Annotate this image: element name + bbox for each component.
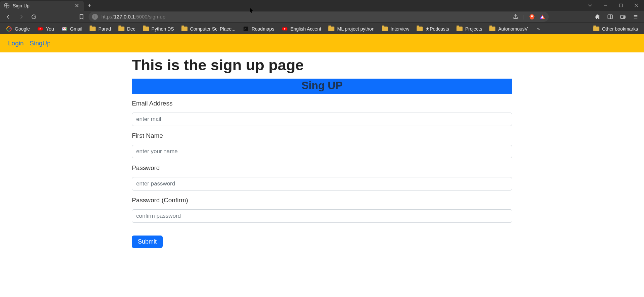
folder-icon	[118, 27, 124, 31]
password-confirm-input[interactable]	[132, 209, 512, 223]
bookmark-item[interactable]: Projects	[454, 25, 485, 33]
folder-icon	[593, 27, 599, 31]
bookmark-label: Computer Sci Place...	[190, 26, 235, 32]
folder-icon	[417, 27, 423, 31]
bookmark-item[interactable]: Google	[3, 25, 33, 33]
forward-button[interactable]	[15, 12, 27, 22]
tab-search-button[interactable]	[582, 0, 598, 11]
page-viewport: Login SingUp This is the sign up page Si…	[0, 34, 644, 297]
folder-icon	[457, 27, 463, 31]
svg-rect-9	[621, 15, 625, 18]
sidepanel-icon[interactable]	[604, 12, 616, 22]
nav-signup-link[interactable]: SingUp	[30, 40, 51, 47]
bookmark-item[interactable]: Parad	[87, 25, 113, 33]
bookmark-item[interactable]: Interview	[379, 25, 412, 33]
tab-title: Sign Up	[13, 3, 71, 8]
bookmarks-bar: GoogleYouGmailParadDecPython DSComputer …	[0, 23, 644, 34]
window-controls	[582, 0, 644, 11]
svg-rect-7	[608, 15, 612, 19]
submit-button[interactable]: Submit	[132, 236, 163, 248]
bookmark-item[interactable]: Computer Sci Place...	[179, 25, 238, 33]
folder-icon	[382, 27, 388, 31]
address-bar[interactable]: i http://127.0.0.1:5000/sign-up |	[89, 12, 549, 22]
bookmark-item[interactable]: Dec	[116, 25, 138, 33]
firstname-input[interactable]	[132, 145, 512, 158]
bookmark-item[interactable]: Python DS	[140, 25, 177, 33]
wallet-icon[interactable]	[617, 12, 629, 22]
svg-rect-1	[620, 4, 623, 7]
bookmark-item[interactable]: ★Podcasts	[414, 25, 452, 33]
bookmark-label: Parad	[98, 26, 111, 32]
window-close-button[interactable]	[629, 0, 644, 11]
bookmark-item[interactable]: r.Roadmaps	[240, 25, 277, 33]
bookmark-label: English Accent	[290, 26, 321, 32]
folder-icon	[489, 27, 495, 31]
firstname-label: First Name	[132, 132, 512, 139]
nav-login-link[interactable]: Login	[8, 40, 24, 47]
browser-tab-active[interactable]: Sign Up ✕	[0, 1, 84, 11]
bookmark-item[interactable]: AutonomousV	[487, 25, 530, 33]
bookmark-label: AutonomousV	[498, 26, 528, 32]
page-title: This is the sign up page	[132, 56, 512, 74]
bookmark-item[interactable]: You	[35, 25, 57, 33]
bookmarks-overflow-button[interactable]: »	[534, 26, 543, 32]
site-navbar: Login SingUp	[0, 34, 644, 52]
brave-shields-icon[interactable]	[529, 13, 535, 20]
bookmark-item[interactable]: ML project python	[326, 25, 377, 33]
youtube-icon	[37, 26, 43, 32]
bookmark-label: Roadmaps	[252, 26, 274, 32]
folder-icon	[90, 27, 96, 31]
bookmark-label: ★Podcasts	[425, 26, 449, 32]
email-label: Email Address	[132, 100, 512, 107]
bookmark-this-button[interactable]	[76, 12, 87, 22]
password-confirm-label: Password (Confirm)	[132, 197, 512, 204]
bookmark-label: ML project python	[337, 26, 374, 32]
brave-rewards-icon[interactable]	[539, 14, 545, 20]
site-info-icon[interactable]: i	[92, 14, 98, 20]
svg-rect-10	[624, 16, 625, 17]
password-label: Password	[132, 164, 512, 172]
roadmap-icon: r.	[243, 26, 249, 32]
password-input[interactable]	[132, 177, 512, 190]
bookmark-label: Dec	[127, 26, 136, 32]
globe-icon	[4, 3, 9, 8]
reload-button[interactable]	[28, 12, 40, 22]
share-icon[interactable]	[512, 12, 519, 22]
bookmark-label: You	[46, 26, 54, 32]
app-menu-icon[interactable]	[630, 12, 641, 22]
bookmark-label: Interview	[390, 26, 409, 32]
browser-toolbar: i http://127.0.0.1:5000/sign-up |	[0, 11, 644, 23]
bookmark-label: Other bookmarks	[602, 26, 638, 32]
form-banner: Sing UP	[132, 79, 512, 94]
bookmark-label: Google	[15, 26, 30, 32]
bookmark-label: Projects	[465, 26, 482, 32]
svg-text:r.: r.	[245, 27, 246, 31]
tab-close-icon[interactable]: ✕	[75, 3, 79, 9]
google-icon	[6, 26, 12, 32]
gmail-icon	[61, 26, 67, 32]
window-maximize-button[interactable]	[613, 0, 629, 11]
youtube-icon	[282, 26, 288, 32]
bookmark-label: Python DS	[152, 26, 174, 32]
new-tab-button[interactable]: +	[84, 0, 95, 11]
other-bookmarks-button[interactable]: Other bookmarks	[591, 25, 641, 33]
extensions-icon[interactable]	[592, 12, 603, 22]
email-input[interactable]	[132, 113, 512, 126]
back-button[interactable]	[3, 12, 14, 22]
bookmark-item[interactable]: English Accent	[279, 25, 324, 33]
window-minimize-button[interactable]	[598, 0, 613, 11]
folder-icon	[328, 27, 334, 31]
url-text: http://127.0.0.1:5000/sign-up	[101, 14, 506, 19]
bookmark-label: Gmail	[70, 26, 83, 32]
browser-titlebar: Sign Up ✕ +	[0, 0, 644, 11]
folder-icon	[143, 27, 149, 31]
folder-icon	[181, 27, 187, 31]
bookmark-item[interactable]: Gmail	[59, 25, 85, 33]
